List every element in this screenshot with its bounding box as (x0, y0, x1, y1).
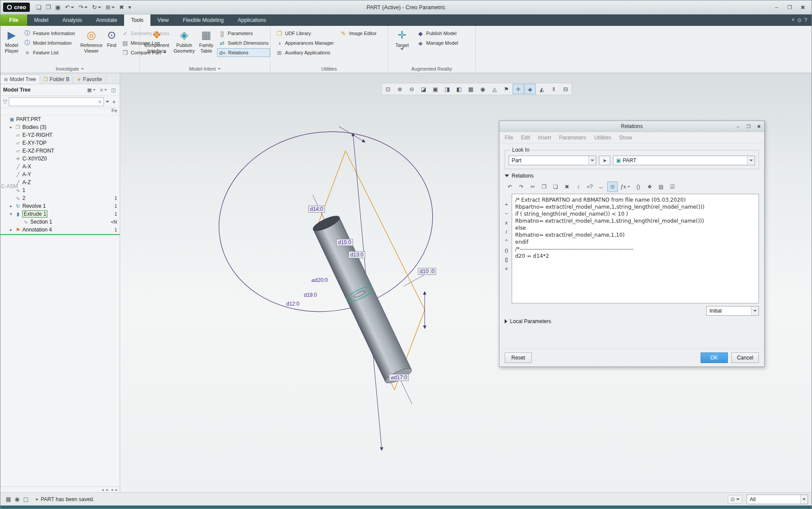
history-select[interactable]: Initial (706, 306, 759, 316)
dialog-menu-item[interactable]: Insert (538, 135, 551, 141)
tree-item[interactable]: 2 1 (0, 194, 120, 202)
tab-file[interactable]: File (0, 14, 27, 26)
saved-orientations-button[interactable]: ▦ (465, 84, 477, 94)
appearances-manager-button[interactable]: ◑Appearances Manager (274, 39, 335, 47)
collapse-toolbar-button[interactable]: ⊟ (560, 84, 571, 94)
datum-display-button[interactable]: ◬ (489, 84, 500, 94)
model-tree-toggle-icon[interactable]: ▦ (4, 495, 13, 503)
tab-applications[interactable]: Applications (231, 14, 273, 26)
parameters-button[interactable]: []Parameters (217, 29, 271, 38)
shading-style-button[interactable]: ▣ (430, 84, 441, 94)
relations-section-toggle[interactable]: Relations (499, 171, 764, 181)
tree-item[interactable]: A-Y (0, 171, 120, 178)
tree-item[interactable]: A-X (0, 163, 120, 171)
dialog-minimize-button[interactable]: – (733, 122, 743, 131)
verify-icon[interactable]: ☑ (667, 182, 678, 192)
minimize-button[interactable]: – (770, 3, 783, 12)
redo-button[interactable]: ↷ (77, 3, 89, 11)
dimension-d19[interactable]: d19:0 (304, 292, 317, 298)
operator-button[interactable]: − (502, 209, 511, 217)
analysis-display-button[interactable]: ◭ (536, 84, 548, 94)
operator-button[interactable]: = (502, 264, 511, 273)
relations-button[interactable]: d=Relations (217, 48, 271, 57)
regenerate-button[interactable]: ↻ (90, 3, 103, 11)
tree-search-field[interactable] (11, 99, 98, 105)
expand-arrow-icon[interactable]: ▸ (8, 125, 14, 129)
undo-button[interactable]: ↶ (63, 3, 76, 11)
tree-item[interactable]: C-ASM (0, 182, 22, 190)
look-in-type-select[interactable]: Part (509, 156, 596, 165)
refit-button[interactable]: ⊡ (382, 84, 394, 94)
maximize-button[interactable]: ❐ (784, 3, 796, 12)
ok-button[interactable]: OK (701, 352, 728, 363)
family-table-button[interactable]: ▦ Family Table (198, 28, 214, 65)
dimension-d20[interactable]: ⌀d20:0 (311, 277, 328, 283)
tree-item[interactable]: Section 1 <N (0, 218, 120, 226)
selection-filter-select[interactable]: All (747, 495, 808, 504)
tree-item[interactable]: C-X0Y0Z0 (0, 155, 120, 163)
command-search-icon[interactable]: ⊙ (797, 17, 801, 23)
minimize-ribbon-button[interactable]: ˄ (791, 17, 794, 23)
tree-filters-button[interactable]: ▦ (86, 86, 97, 94)
dialog-menu-item[interactable]: Utilities (594, 135, 611, 141)
operator-button[interactable]: ^ (502, 237, 511, 245)
dialog-menu-item[interactable]: Show (619, 135, 632, 141)
new-file-button[interactable]: ❏ (34, 3, 43, 11)
select-model-button[interactable]: ➤ (599, 156, 610, 165)
undo-icon[interactable]: ↶ (505, 182, 515, 192)
dialog-titlebar[interactable]: Relations – ❐ ✖ (499, 121, 764, 132)
tab-flexible-modeling[interactable]: Flexible Modeling (176, 14, 231, 26)
tab-model[interactable]: Model (27, 14, 56, 26)
scroll-right-button[interactable]: ▸ (105, 488, 109, 492)
windows-button[interactable]: ⊞ (104, 3, 117, 11)
switch-dimensions-button[interactable]: ⇄Switch Dimensions (217, 39, 271, 47)
dimension-d15[interactable]: d15:0 (336, 239, 353, 246)
target-button[interactable]: ✛ Target (392, 28, 413, 65)
tree-column-header[interactable]: Fe (0, 108, 120, 115)
pause-button[interactable]: ‖ (548, 84, 559, 94)
model-select[interactable]: ▣ PART (613, 156, 755, 165)
tab-analysis[interactable]: Analysis (55, 14, 89, 26)
spin-center-button[interactable]: ✛ (513, 84, 524, 94)
publish-model-button[interactable]: ◆Publish Model (415, 29, 460, 38)
tree-item[interactable]: PART.PRT (0, 115, 120, 123)
zoom-out-button[interactable]: ⊖ (406, 84, 417, 94)
dimension-d17[interactable]: ⌀d17:0 (389, 374, 409, 381)
browser-toggle-icon[interactable]: ◉ (13, 495, 21, 503)
comment-icon[interactable]: ▤ (656, 182, 666, 192)
tree-item[interactable]: E-XZ-FRONT (0, 147, 120, 155)
function-icon[interactable]: ƒx (619, 182, 632, 192)
open-file-button[interactable]: ❐ (44, 3, 53, 11)
annotation-display-button[interactable]: ⚑ (501, 84, 512, 94)
dialog-close-button[interactable]: ✖ (754, 122, 764, 131)
cancel-button[interactable]: Cancel (731, 352, 759, 363)
model-player-button[interactable]: ▶ Model Player (4, 28, 19, 65)
evaluate-icon[interactable]: =? (584, 182, 595, 192)
tree-display-button[interactable]: ≡ (99, 86, 108, 94)
operator-button[interactable]: x (502, 218, 511, 227)
dialog-menu-item[interactable]: File (505, 135, 513, 141)
tab-favorites[interactable]: Favorite (73, 75, 106, 84)
repaint-button[interactable]: ◪ (418, 84, 429, 94)
find-button[interactable]: ⊙ Find (106, 28, 117, 65)
dialog-menu-item[interactable]: Edit (521, 135, 530, 141)
expand-arrow-icon[interactable]: ▸ (8, 228, 14, 232)
investigate-group-label[interactable]: Investigate (0, 65, 139, 73)
brackets-icon[interactable]: () (633, 182, 644, 192)
redo-icon[interactable]: ↷ (516, 182, 527, 192)
sort-icon[interactable]: ↕ (573, 182, 584, 192)
dialog-maximize-button[interactable]: ❐ (743, 122, 754, 131)
paste-icon[interactable]: ❏ (550, 182, 561, 192)
section-view-button[interactable]: ◧ (453, 84, 465, 94)
tab-folder-browser[interactable]: Folder B (40, 75, 73, 84)
component-interface-button[interactable]: ❖ Component Interface (143, 28, 170, 65)
expand-arrow-icon[interactable]: ▸ (8, 204, 14, 208)
tab-view[interactable]: View (150, 14, 176, 26)
tree-item[interactable]: E-YZ-RIGHT (0, 131, 120, 139)
tab-annotate[interactable]: Annotate (89, 14, 124, 26)
search-tool-button[interactable]: ⊙ (728, 495, 742, 504)
image-editor-button[interactable]: ✎Image Editor (338, 29, 378, 38)
dialog-menu-item[interactable]: Parameters (559, 135, 586, 141)
tree-columns-button[interactable]: ◫ (110, 86, 117, 94)
dimension-d12[interactable]: d12:0 (286, 301, 299, 307)
